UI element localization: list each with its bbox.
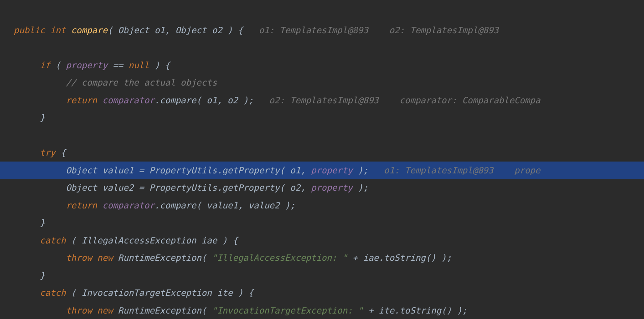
code-token: ) {: [217, 236, 238, 245]
code-token: InvocationTargetException: [82, 289, 217, 297]
code-line[interactable]: [0, 39, 644, 57]
code-token: null: [129, 61, 149, 70]
code-token: }: [40, 271, 45, 280]
code-token: value1: [102, 166, 134, 175]
code-token: Object: [66, 183, 102, 192]
code-token: getProperty: [222, 166, 280, 175]
code-token: o2: [212, 26, 222, 35]
code-token: ,: [217, 96, 227, 105]
code-token: toString: [400, 306, 442, 315]
code-token: o1: [155, 26, 165, 35]
code-token: .: [217, 183, 222, 192]
code-token: (: [56, 61, 66, 70]
code-token: (: [279, 183, 290, 192]
code-token: o2: [227, 96, 238, 105]
code-token: if: [40, 61, 55, 70]
code-token: (: [108, 26, 118, 35]
code-line[interactable]: catch ( IllegalAccessException iae ) {: [0, 232, 644, 249]
code-token: iae: [201, 236, 217, 245]
code-token: compare: [71, 26, 108, 35]
code-token: .: [379, 253, 384, 262]
code-token: RuntimeException: [118, 253, 201, 262]
code-token: "IllegalAccessException: ": [212, 253, 347, 262]
code-token: int: [50, 26, 71, 35]
code-token: comparator: [102, 96, 154, 105]
code-token: =: [134, 183, 149, 192]
code-token: );: [353, 183, 368, 192]
code-token: "InvocationTargetException: ": [212, 306, 363, 315]
code-token: (: [71, 236, 82, 245]
code-token: ) {: [149, 61, 170, 70]
code-token: ite: [217, 289, 232, 297]
code-token: o2: [290, 183, 300, 192]
code-token: ,: [300, 183, 311, 192]
code-token: (: [201, 253, 212, 262]
code-token: value2: [102, 183, 134, 192]
code-token: (: [196, 96, 206, 105]
code-token: (: [279, 166, 290, 175]
code-token: catch: [40, 236, 71, 245]
code-line[interactable]: throw new RuntimeException( "InvocationT…: [0, 302, 644, 319]
code-line[interactable]: catch ( InvocationTargetException ite ) …: [0, 284, 644, 302]
code-line[interactable]: [0, 127, 644, 144]
code-line[interactable]: }: [0, 109, 644, 127]
code-token: =: [134, 166, 149, 175]
code-token: PropertyUtils: [149, 183, 217, 192]
code-token: ,: [300, 166, 311, 175]
code-line[interactable]: if ( property == null ) {: [0, 56, 644, 74]
code-token: // compare the actual objects: [66, 78, 217, 87]
code-token: +: [347, 253, 363, 262]
code-editor[interactable]: public int compare( Object o1, Object o2…: [0, 0, 644, 319]
code-token: RuntimeException: [118, 306, 201, 315]
code-token: property: [311, 183, 353, 192]
code-line[interactable]: Object value2 = PropertyUtils.getPropert…: [0, 179, 644, 197]
code-token: new: [97, 306, 118, 315]
code-token: ,: [238, 201, 248, 210]
code-line[interactable]: Object value1 = PropertyUtils.getPropert…: [0, 162, 644, 179]
code-token: o1: [206, 96, 217, 105]
code-token: compare: [160, 201, 196, 210]
code-token: ,: [165, 26, 175, 35]
code-token: ) {: [232, 289, 253, 297]
code-token: PropertyUtils: [149, 166, 217, 175]
code-token: return: [66, 96, 102, 105]
code-token: }: [40, 113, 45, 122]
code-token: o1: TemplatesImpl@893 o2: TemplatesImpl@…: [259, 26, 499, 35]
code-token: .: [394, 306, 399, 315]
code-token: property: [311, 166, 353, 175]
code-token: property: [66, 61, 108, 70]
code-token: }: [40, 218, 45, 227]
code-token: );: [353, 166, 384, 175]
code-token: ==: [108, 61, 129, 70]
code-token: Object: [175, 26, 212, 35]
code-line[interactable]: return comparator.compare( value1, value…: [0, 197, 644, 214]
code-token: .: [217, 166, 222, 175]
code-token: toString: [384, 253, 426, 262]
code-token: o1: TemplatesImpl@893 prope: [384, 166, 540, 175]
code-token: ) {: [222, 26, 259, 35]
code-token: {: [61, 148, 66, 157]
code-token: .: [155, 96, 160, 105]
code-line[interactable]: throw new RuntimeException( "IllegalAcce…: [0, 249, 644, 267]
code-token: IllegalAccessException: [82, 236, 201, 245]
code-token: o2: TemplatesImpl@893 comparator: Compar…: [269, 96, 541, 105]
code-token: catch: [40, 289, 71, 297]
code-token: try: [40, 148, 61, 157]
code-token: () );: [426, 253, 452, 262]
code-line[interactable]: }: [0, 267, 644, 284]
code-token: (: [196, 201, 206, 210]
code-token: new: [97, 253, 118, 262]
code-line[interactable]: try {: [0, 144, 644, 162]
code-line[interactable]: }: [0, 214, 644, 232]
code-token: (: [201, 306, 212, 315]
code-token: () );: [441, 306, 467, 315]
code-line[interactable]: public int compare( Object o1, Object o2…: [0, 21, 644, 39]
code-line[interactable]: // compare the actual objects: [0, 74, 644, 92]
code-line[interactable]: return comparator.compare( o1, o2 ); o2:…: [0, 91, 644, 109]
code-token: iae: [363, 253, 378, 262]
code-token: value2: [248, 201, 280, 210]
code-token: (: [71, 289, 82, 297]
code-token: +: [363, 306, 378, 315]
code-token: ite: [379, 306, 394, 315]
code-token: compare: [160, 96, 196, 105]
